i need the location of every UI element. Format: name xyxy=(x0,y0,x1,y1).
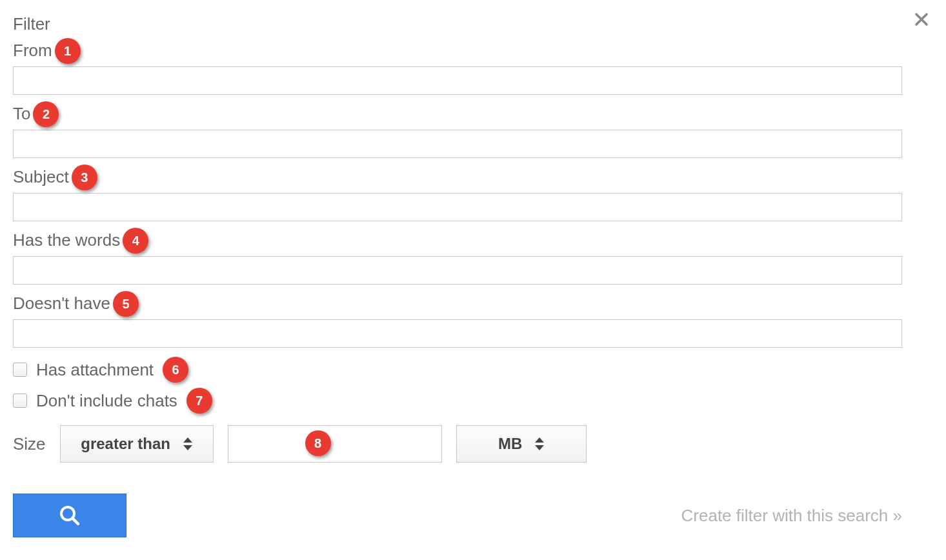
size-unit-value: MB xyxy=(498,435,522,453)
create-filter-link[interactable]: Create filter with this search » xyxy=(681,506,902,526)
annotation-badge-3: 3 xyxy=(72,165,97,190)
has-words-input[interactable] xyxy=(13,256,902,285)
subject-input[interactable] xyxy=(13,193,902,221)
field-has-words: Has the words 4 xyxy=(13,228,933,285)
dont-include-chats-row: Don't include chats 7 xyxy=(13,388,933,414)
from-input[interactable] xyxy=(13,66,902,95)
size-value-input[interactable] xyxy=(228,425,442,463)
annotation-badge-5: 5 xyxy=(113,291,139,317)
size-row: Size greater than 8 MB xyxy=(13,425,933,463)
svg-line-3 xyxy=(72,518,78,524)
annotation-badge-4: 4 xyxy=(123,228,148,254)
annotation-badge-8: 8 xyxy=(305,430,331,456)
dialog-title: Filter xyxy=(13,14,933,34)
to-label: To xyxy=(13,104,30,124)
doesnt-have-input[interactable] xyxy=(13,319,902,348)
field-from: From 1 xyxy=(13,38,933,95)
stepper-icon xyxy=(535,437,544,450)
field-to: To 2 xyxy=(13,101,933,158)
search-icon xyxy=(57,503,82,528)
close-button[interactable] xyxy=(914,12,929,27)
annotation-badge-6: 6 xyxy=(163,357,188,383)
filter-dialog: Filter From 1 To 2 Subject 3 Has the wor… xyxy=(0,0,946,550)
dialog-footer: Create filter with this search » xyxy=(13,494,902,537)
field-doesnt-have: Doesn't have 5 xyxy=(13,291,933,348)
annotation-badge-2: 2 xyxy=(33,101,59,127)
to-input[interactable] xyxy=(13,130,902,158)
has-attachment-label: Has attachment xyxy=(36,360,154,380)
size-label: Size xyxy=(13,434,46,454)
dont-include-chats-checkbox[interactable] xyxy=(13,394,27,408)
has-words-label: Has the words xyxy=(13,230,120,250)
close-icon xyxy=(914,12,929,27)
annotation-badge-1: 1 xyxy=(55,38,81,64)
subject-label: Subject xyxy=(13,167,69,187)
from-label: From xyxy=(13,41,52,61)
annotation-badge-7: 7 xyxy=(186,388,212,414)
size-unit-select[interactable]: MB xyxy=(456,425,587,463)
dont-include-chats-label: Don't include chats xyxy=(36,391,177,411)
field-subject: Subject 3 xyxy=(13,165,933,221)
doesnt-have-label: Doesn't have xyxy=(13,294,110,314)
has-attachment-checkbox[interactable] xyxy=(13,363,27,377)
has-attachment-row: Has attachment 6 xyxy=(13,357,933,383)
size-compare-value: greater than xyxy=(81,435,170,453)
size-compare-select[interactable]: greater than xyxy=(60,425,214,463)
stepper-icon xyxy=(183,437,192,450)
search-button[interactable] xyxy=(13,494,126,537)
